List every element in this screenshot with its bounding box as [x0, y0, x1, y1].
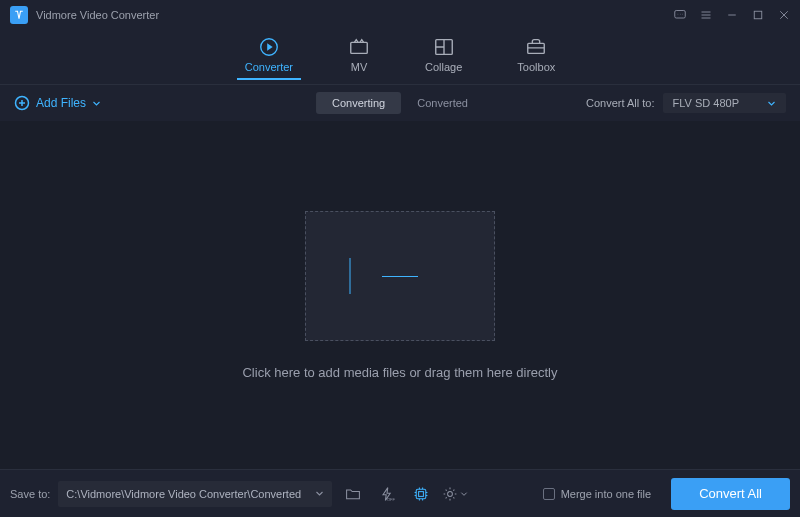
- svg-rect-9: [417, 489, 427, 499]
- svg-rect-10: [419, 491, 424, 496]
- format-select[interactable]: FLV SD 480P: [663, 93, 786, 113]
- tab-toolbox[interactable]: Toolbox: [517, 36, 555, 79]
- tab-label: Toolbox: [517, 61, 555, 73]
- save-to-label: Save to:: [10, 488, 50, 500]
- svg-rect-1: [754, 11, 762, 19]
- svg-text:OFF: OFF: [387, 497, 395, 502]
- plus-circle-icon: [14, 95, 30, 111]
- drop-hint[interactable]: Click here to add media files or drag th…: [242, 365, 557, 380]
- merge-checkbox[interactable]: Merge into one file: [543, 488, 652, 500]
- settings-button[interactable]: [442, 481, 468, 507]
- converter-icon: [258, 36, 280, 58]
- minimize-icon[interactable]: [726, 9, 738, 21]
- collage-icon: [433, 36, 455, 58]
- pill-converted[interactable]: Converted: [401, 92, 484, 114]
- tab-converter[interactable]: Converter: [245, 36, 293, 79]
- dropzone[interactable]: [305, 211, 495, 341]
- lightning-icon: OFF: [379, 486, 395, 502]
- convert-all-to: Convert All to: FLV SD 480P: [586, 93, 786, 113]
- tab-collage[interactable]: Collage: [425, 36, 462, 79]
- open-folder-button[interactable]: [340, 481, 366, 507]
- window-controls: [674, 9, 790, 21]
- add-files-label: Add Files: [36, 96, 86, 110]
- tab-label: Converter: [245, 61, 293, 73]
- checkbox-icon: [543, 488, 555, 500]
- titlebar: Vidmore Video Converter: [0, 0, 800, 30]
- toolbox-icon: [525, 36, 547, 58]
- chevron-down-icon: [767, 99, 776, 108]
- gpu-toggle-button[interactable]: OFF: [374, 481, 400, 507]
- chevron-down-icon: [460, 490, 468, 498]
- high-speed-button[interactable]: [408, 481, 434, 507]
- feedback-icon[interactable]: [674, 9, 686, 21]
- app-logo: [10, 6, 28, 24]
- close-icon[interactable]: [778, 9, 790, 21]
- merge-label: Merge into one file: [561, 488, 652, 500]
- sub-bar: Add Files Converting Converted Convert A…: [0, 85, 800, 121]
- menu-icon[interactable]: [700, 9, 712, 21]
- maximize-icon[interactable]: [752, 9, 764, 21]
- tab-mv[interactable]: MV: [348, 36, 370, 79]
- svg-marker-3: [267, 43, 273, 50]
- tab-label: Collage: [425, 61, 462, 73]
- chip-icon: [413, 486, 429, 502]
- mv-icon: [348, 36, 370, 58]
- bottom-bar: Save to: C:\Vidmore\Vidmore Video Conver…: [0, 469, 800, 517]
- app-title: Vidmore Video Converter: [36, 9, 159, 21]
- gear-icon: [442, 486, 458, 502]
- tab-label: MV: [351, 61, 368, 73]
- main-area: Click here to add media files or drag th…: [0, 121, 800, 469]
- pill-converting[interactable]: Converting: [316, 92, 401, 114]
- save-path-text: C:\Vidmore\Vidmore Video Converter\Conve…: [66, 488, 301, 500]
- format-selected: FLV SD 480P: [673, 97, 739, 109]
- status-pillgroup: Converting Converted: [316, 92, 484, 114]
- add-files-button[interactable]: Add Files: [14, 95, 101, 111]
- chevron-down-icon: [92, 99, 101, 108]
- plus-icon: [382, 258, 418, 294]
- nav-tabs: Converter MV Collage Toolbox: [0, 30, 800, 85]
- save-path-select[interactable]: C:\Vidmore\Vidmore Video Converter\Conve…: [58, 481, 332, 507]
- folder-icon: [345, 486, 361, 502]
- svg-rect-4: [351, 42, 368, 53]
- convert-all-button[interactable]: Convert All: [671, 478, 790, 510]
- chevron-down-icon: [315, 489, 324, 498]
- svg-point-11: [448, 491, 453, 496]
- convert-all-to-label: Convert All to:: [586, 97, 654, 109]
